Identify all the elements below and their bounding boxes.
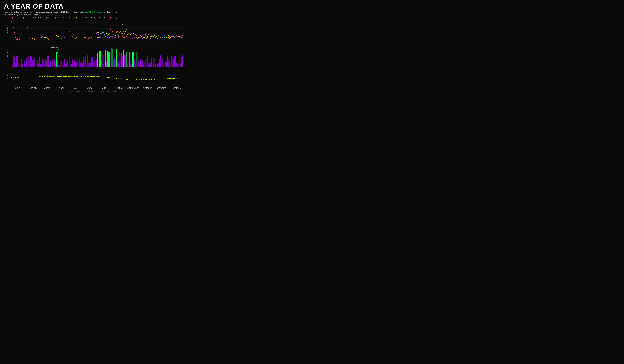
- month-label-march: March: [44, 87, 50, 89]
- legend-item-jumprope: JumpRope: [99, 17, 107, 19]
- scatter-canvas: [11, 20, 183, 42]
- legend-item-functionalstrengthtraining: FunctionalStrengthTraining: [55, 17, 74, 19]
- month-label-april: April: [59, 87, 64, 89]
- month-label-july: July: [102, 87, 106, 89]
- month-label-september: September: [127, 87, 139, 89]
- month-label-january: January: [14, 87, 22, 89]
- legend-item-highintensityintervaltraining: HighIntensityIntervalTraining: [76, 17, 96, 19]
- month-labels: JanuaryFebruaryMarchAprilMayJuneJulyAugu…: [11, 86, 183, 90]
- month-label-may: May: [74, 87, 78, 89]
- month-label-november: November: [156, 87, 167, 89]
- weight-canvas: [11, 69, 183, 85]
- subtitle: I tracked my workouts, weight and active…: [4, 11, 121, 16]
- bar-canvas: [11, 43, 183, 68]
- page-container: A YEAR OF DATA I tracked my workouts, we…: [0, 0, 187, 109]
- weight-y-label: Weight: [6, 74, 8, 80]
- month-label-february: February: [28, 87, 37, 89]
- legend-item-cooldown: Cooldown: [23, 17, 31, 19]
- footer: Visualization by Johan S. Sáenz (@SaenzJ…: [4, 90, 183, 92]
- month-label-august: August: [115, 87, 122, 89]
- scatter-y-label: Time (min): [6, 28, 8, 34]
- calories-y-label: Active calories: [6, 52, 8, 59]
- month-label-october: October: [143, 87, 152, 89]
- weight-chart-container: Weight: [4, 69, 183, 85]
- legend-item-basketball: Basketball: [12, 17, 20, 19]
- month-label-june: June: [87, 87, 93, 89]
- legend-item-coretraining: CoreTraining: [33, 17, 43, 19]
- legend-item-cycling: Cycling: [46, 17, 52, 19]
- bar-chart-container: Active calories: [4, 43, 183, 68]
- scatter-plot-container: Time (min): [4, 20, 183, 42]
- page-title: A YEAR OF DATA: [4, 2, 183, 10]
- legend: BasketballCooldownCoreTrainingCyclingFun…: [4, 17, 183, 19]
- legend-item-walking: Walking: [110, 17, 117, 19]
- month-label-december: December: [171, 87, 182, 89]
